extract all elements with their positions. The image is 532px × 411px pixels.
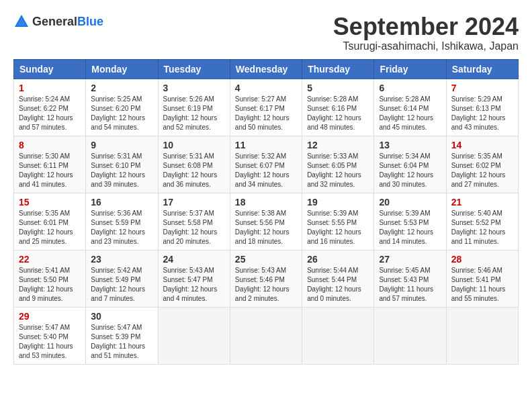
day-info: Sunrise: 5:27 AM Sunset: 6:17 PM Dayligh…	[235, 95, 297, 132]
calendar-cell: 22Sunrise: 5:41 AM Sunset: 5:50 PM Dayli…	[14, 250, 86, 307]
title-area: September 2024 Tsurugi-asahimachi, Ishik…	[333, 13, 519, 52]
day-info: Sunrise: 5:32 AM Sunset: 6:07 PM Dayligh…	[235, 152, 297, 189]
day-info: Sunrise: 5:40 AM Sunset: 5:52 PM Dayligh…	[451, 209, 513, 246]
day-number: 20	[379, 197, 441, 208]
day-info: Sunrise: 5:36 AM Sunset: 5:59 PM Dayligh…	[91, 209, 152, 246]
day-number: 27	[379, 254, 441, 265]
day-number: 8	[19, 140, 81, 150]
day-number: 9	[91, 140, 152, 150]
calendar-cell: 2Sunrise: 5:25 AM Sunset: 6:20 PM Daylig…	[86, 79, 158, 136]
day-info: Sunrise: 5:41 AM Sunset: 5:50 PM Dayligh…	[19, 266, 81, 304]
calendar-cell: 5Sunrise: 5:28 AM Sunset: 6:16 PM Daylig…	[302, 79, 374, 136]
calendar-cell: 20Sunrise: 5:39 AM Sunset: 5:53 PM Dayli…	[374, 193, 446, 250]
month-title: September 2024	[333, 13, 519, 40]
calendar-cell	[374, 307, 446, 364]
day-info: Sunrise: 5:39 AM Sunset: 5:55 PM Dayligh…	[307, 209, 369, 246]
logo: GeneralBlue	[13, 13, 103, 30]
day-info: Sunrise: 5:46 AM Sunset: 5:41 PM Dayligh…	[451, 266, 513, 304]
day-number: 17	[163, 197, 225, 208]
calendar-cell	[230, 307, 302, 364]
calendar-week-row: 1Sunrise: 5:24 AM Sunset: 6:22 PM Daylig…	[14, 79, 519, 136]
calendar-week-row: 15Sunrise: 5:35 AM Sunset: 6:01 PM Dayli…	[14, 193, 519, 250]
day-info: Sunrise: 5:34 AM Sunset: 6:04 PM Dayligh…	[379, 152, 441, 189]
calendar-cell: 6Sunrise: 5:28 AM Sunset: 6:14 PM Daylig…	[374, 79, 446, 136]
day-info: Sunrise: 5:30 AM Sunset: 6:11 PM Dayligh…	[19, 152, 81, 189]
calendar-cell	[158, 307, 230, 364]
location-title: Tsurugi-asahimachi, Ishikawa, Japan	[333, 40, 519, 52]
day-number: 15	[19, 197, 81, 208]
calendar-cell: 13Sunrise: 5:34 AM Sunset: 6:04 PM Dayli…	[374, 136, 446, 193]
day-number: 7	[451, 83, 513, 93]
calendar-cell: 12Sunrise: 5:33 AM Sunset: 6:05 PM Dayli…	[302, 136, 374, 193]
calendar-table: SundayMondayTuesdayWednesdayThursdayFrid…	[13, 59, 519, 365]
column-header-tuesday: Tuesday	[158, 59, 230, 79]
calendar-cell: 10Sunrise: 5:31 AM Sunset: 6:08 PM Dayli…	[158, 136, 230, 193]
day-number: 18	[235, 197, 297, 208]
calendar-cell: 16Sunrise: 5:36 AM Sunset: 5:59 PM Dayli…	[86, 193, 158, 250]
day-info: Sunrise: 5:28 AM Sunset: 6:14 PM Dayligh…	[379, 95, 441, 132]
calendar-cell: 29Sunrise: 5:47 AM Sunset: 5:40 PM Dayli…	[14, 307, 86, 364]
calendar-cell: 18Sunrise: 5:38 AM Sunset: 5:56 PM Dayli…	[230, 193, 302, 250]
column-header-thursday: Thursday	[302, 59, 374, 79]
day-info: Sunrise: 5:28 AM Sunset: 6:16 PM Dayligh…	[307, 95, 369, 132]
day-info: Sunrise: 5:35 AM Sunset: 6:02 PM Dayligh…	[451, 152, 513, 189]
calendar-cell: 9Sunrise: 5:31 AM Sunset: 6:10 PM Daylig…	[86, 136, 158, 193]
calendar-cell	[302, 307, 374, 364]
logo-icon	[13, 13, 30, 30]
day-number: 11	[235, 140, 297, 150]
day-number: 4	[235, 83, 297, 93]
column-header-saturday: Saturday	[446, 59, 518, 79]
calendar-week-row: 29Sunrise: 5:47 AM Sunset: 5:40 PM Dayli…	[14, 307, 519, 364]
day-info: Sunrise: 5:37 AM Sunset: 5:58 PM Dayligh…	[163, 209, 225, 246]
column-header-wednesday: Wednesday	[230, 59, 302, 79]
day-info: Sunrise: 5:43 AM Sunset: 5:46 PM Dayligh…	[235, 266, 297, 304]
calendar-cell: 3Sunrise: 5:26 AM Sunset: 6:19 PM Daylig…	[158, 79, 230, 136]
day-info: Sunrise: 5:47 AM Sunset: 5:40 PM Dayligh…	[19, 323, 81, 361]
page-header: GeneralBlue September 2024 Tsurugi-asahi…	[13, 13, 519, 52]
column-header-monday: Monday	[86, 59, 158, 79]
day-number: 23	[91, 254, 152, 265]
calendar-cell: 19Sunrise: 5:39 AM Sunset: 5:55 PM Dayli…	[302, 193, 374, 250]
day-info: Sunrise: 5:29 AM Sunset: 6:13 PM Dayligh…	[451, 95, 513, 132]
calendar-cell: 30Sunrise: 5:47 AM Sunset: 5:39 PM Dayli…	[86, 307, 158, 364]
column-header-friday: Friday	[374, 59, 446, 79]
calendar-cell: 21Sunrise: 5:40 AM Sunset: 5:52 PM Dayli…	[446, 193, 518, 250]
day-number: 22	[19, 254, 81, 265]
day-info: Sunrise: 5:39 AM Sunset: 5:53 PM Dayligh…	[379, 209, 441, 246]
calendar-week-row: 8Sunrise: 5:30 AM Sunset: 6:11 PM Daylig…	[14, 136, 519, 193]
day-number: 16	[91, 197, 152, 208]
calendar-cell: 14Sunrise: 5:35 AM Sunset: 6:02 PM Dayli…	[446, 136, 518, 193]
day-info: Sunrise: 5:26 AM Sunset: 6:19 PM Dayligh…	[163, 95, 225, 132]
day-number: 26	[307, 254, 369, 265]
day-info: Sunrise: 5:45 AM Sunset: 5:43 PM Dayligh…	[379, 266, 441, 304]
day-info: Sunrise: 5:24 AM Sunset: 6:22 PM Dayligh…	[19, 95, 81, 132]
day-info: Sunrise: 5:25 AM Sunset: 6:20 PM Dayligh…	[91, 95, 152, 132]
calendar-week-row: 22Sunrise: 5:41 AM Sunset: 5:50 PM Dayli…	[14, 250, 519, 307]
calendar-cell: 15Sunrise: 5:35 AM Sunset: 6:01 PM Dayli…	[14, 193, 86, 250]
day-info: Sunrise: 5:42 AM Sunset: 5:49 PM Dayligh…	[91, 266, 152, 304]
column-headers-row: SundayMondayTuesdayWednesdayThursdayFrid…	[14, 59, 519, 79]
day-info: Sunrise: 5:31 AM Sunset: 6:10 PM Dayligh…	[91, 152, 152, 189]
day-number: 24	[163, 254, 225, 265]
day-info: Sunrise: 5:31 AM Sunset: 6:08 PM Dayligh…	[163, 152, 225, 189]
calendar-cell: 11Sunrise: 5:32 AM Sunset: 6:07 PM Dayli…	[230, 136, 302, 193]
calendar-cell: 27Sunrise: 5:45 AM Sunset: 5:43 PM Dayli…	[374, 250, 446, 307]
calendar-cell: 28Sunrise: 5:46 AM Sunset: 5:41 PM Dayli…	[446, 250, 518, 307]
day-number: 19	[307, 197, 369, 208]
calendar-cell: 25Sunrise: 5:43 AM Sunset: 5:46 PM Dayli…	[230, 250, 302, 307]
calendar-cell	[446, 307, 518, 364]
day-number: 30	[91, 311, 152, 322]
day-number: 10	[163, 140, 225, 150]
calendar-cell: 8Sunrise: 5:30 AM Sunset: 6:11 PM Daylig…	[14, 136, 86, 193]
day-number: 12	[307, 140, 369, 150]
day-info: Sunrise: 5:35 AM Sunset: 6:01 PM Dayligh…	[19, 209, 81, 246]
day-number: 2	[91, 83, 152, 93]
day-number: 1	[19, 83, 81, 93]
day-number: 5	[307, 83, 369, 93]
calendar-cell: 4Sunrise: 5:27 AM Sunset: 6:17 PM Daylig…	[230, 79, 302, 136]
day-info: Sunrise: 5:38 AM Sunset: 5:56 PM Dayligh…	[235, 209, 297, 246]
column-header-sunday: Sunday	[14, 59, 86, 79]
day-info: Sunrise: 5:43 AM Sunset: 5:47 PM Dayligh…	[163, 266, 225, 304]
day-info: Sunrise: 5:44 AM Sunset: 5:44 PM Dayligh…	[307, 266, 369, 304]
calendar-cell: 17Sunrise: 5:37 AM Sunset: 5:58 PM Dayli…	[158, 193, 230, 250]
